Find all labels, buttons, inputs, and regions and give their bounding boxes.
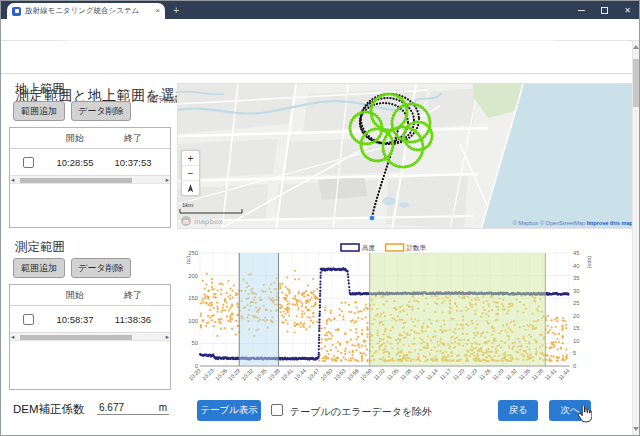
- ground-range-delete-button[interactable]: データ削除: [71, 101, 131, 121]
- svg-text:10:56: 10:56: [346, 367, 360, 381]
- scroll-right-icon[interactable]: ▸: [166, 333, 169, 341]
- svg-text:11:23: 11:23: [465, 367, 479, 381]
- svg-text:10:53: 10:53: [333, 367, 347, 381]
- svg-text:11:26: 11:26: [478, 367, 492, 381]
- svg-text:mapbox: mapbox: [194, 217, 224, 226]
- map-block-gray: [318, 176, 368, 200]
- pond: [399, 202, 409, 208]
- column-start: 開始: [46, 132, 104, 145]
- svg-text:11:11: 11:11: [412, 367, 426, 381]
- ground-range-table: 開始 終了 10:28:55 10:37:53 ◂ ▸: [9, 127, 171, 228]
- svg-text:11:20: 11:20: [451, 367, 465, 381]
- scroll-left-icon[interactable]: ◂: [11, 333, 14, 341]
- table-row[interactable]: 10:58:37 11:38:36: [10, 306, 170, 332]
- svg-text:m: m: [183, 218, 189, 225]
- horizontal-scrollbar[interactable]: ◂ ▸: [10, 332, 170, 341]
- scrollbar-thumb[interactable]: [20, 178, 132, 184]
- row-checkbox[interactable]: [23, 157, 34, 168]
- svg-text:150: 150: [188, 295, 198, 301]
- ground-range-title: 地上範囲: [15, 81, 65, 98]
- scroll-up-icon[interactable]: [633, 45, 639, 49]
- window-close-button[interactable]: ✕: [616, 1, 639, 19]
- svg-text:11:29: 11:29: [491, 367, 505, 381]
- end-time[interactable]: 10:37:53: [104, 157, 162, 168]
- svg-text:15: 15: [573, 325, 579, 331]
- measure-range-table: 開始 終了 10:58:37 11:38:36 ◂ ▸: [9, 284, 171, 390]
- horizontal-scrollbar[interactable]: ◂ ▸: [10, 175, 170, 184]
- svg-text:5: 5: [573, 350, 576, 356]
- svg-text:10:23: 10:23: [201, 367, 215, 381]
- table-header: 開始 終了: [10, 128, 170, 149]
- app-header: 測定範囲と地上範囲を選択 飛行軌跡の高度グラフやテーブルの時刻入力欄から測定範囲…: [1, 41, 639, 74]
- exclude-error-checkbox[interactable]: [271, 404, 283, 416]
- column-end: 終了: [104, 132, 162, 145]
- svg-text:11:02: 11:02: [372, 367, 386, 381]
- ground-range-add-button[interactable]: 範囲追加: [13, 101, 65, 121]
- chart-canvas[interactable]: 05010015020025010:2010:2310:2610:2910:32…: [183, 241, 611, 393]
- altitude-countrate-chart[interactable]: 05010015020025010:2010:2310:2610:2910:32…: [183, 241, 611, 393]
- start-time[interactable]: 10:58:37: [46, 314, 104, 325]
- table-row[interactable]: 10:28:55 10:37:53: [10, 149, 170, 175]
- measure-range-add-button[interactable]: 範囲追加: [13, 258, 65, 278]
- measure-range-title: 測定範囲: [15, 239, 65, 256]
- svg-text:30: 30: [573, 288, 579, 294]
- dem-unit: m: [159, 402, 167, 413]
- svg-text:40: 40: [573, 263, 579, 269]
- svg-text:10:50: 10:50: [319, 367, 333, 381]
- browser-tab[interactable]: 放射線モニタリング統合システム ×: [7, 3, 165, 19]
- flight-start-marker: [369, 215, 375, 221]
- compass-button[interactable]: [182, 181, 199, 196]
- pond: [382, 197, 396, 205]
- svg-text:0: 0: [573, 363, 576, 369]
- window-minimize-button[interactable]: [570, 1, 593, 19]
- tab-close-icon[interactable]: ×: [155, 7, 160, 15]
- column-start: 開始: [46, 289, 104, 302]
- svg-text:35: 35: [573, 275, 579, 281]
- page-scrollbar-thumb[interactable]: [633, 59, 639, 107]
- map-canvas[interactable]: 1km m mapbox © Mapbox © OpenStreetMap Im…: [178, 84, 636, 229]
- row-checkbox[interactable]: [23, 314, 34, 325]
- svg-text:25: 25: [573, 300, 579, 306]
- svg-text:11:05: 11:05: [386, 367, 400, 381]
- favicon-icon: [12, 7, 21, 16]
- compass-icon: [185, 183, 196, 194]
- svg-text:100: 100: [188, 318, 198, 324]
- browser-tab-bar: 放射線モニタリング統合システム × + ✕: [1, 1, 639, 19]
- svg-text:200: 200: [188, 273, 198, 279]
- scroll-right-icon[interactable]: ▸: [166, 176, 169, 184]
- scroll-down-icon[interactable]: [633, 427, 639, 431]
- svg-text:11:14: 11:14: [425, 367, 439, 381]
- scrollbar-thumb[interactable]: [20, 335, 132, 341]
- browser-toolbar: ← → ⟳ i localhost:1338/airplane ☆ ⋮: [1, 19, 639, 41]
- start-time[interactable]: 10:28:55: [46, 157, 104, 168]
- new-tab-button[interactable]: +: [173, 4, 179, 16]
- map[interactable]: 1km m mapbox © Mapbox © OpenStreetMap Im…: [177, 83, 636, 229]
- svg-text:10:35: 10:35: [253, 367, 267, 381]
- table-header: 開始 終了: [10, 285, 170, 306]
- mouse-cursor: [577, 405, 592, 427]
- show-table-button[interactable]: テーブル表示: [197, 400, 261, 421]
- mapbox-logo[interactable]: m mapbox: [181, 216, 224, 226]
- window-maximize-button[interactable]: [593, 1, 616, 19]
- column-end: 終了: [104, 289, 162, 302]
- back-button[interactable]: 戻る: [498, 400, 538, 421]
- zoom-out-button[interactable]: −: [182, 166, 199, 181]
- svg-text:11:35: 11:35: [517, 367, 531, 381]
- measure-range-delete-button[interactable]: データ削除: [71, 258, 131, 278]
- map-attribution[interactable]: © Mapbox © OpenStreetMap Improve this ma…: [513, 220, 634, 226]
- zoom-in-button[interactable]: +: [182, 151, 199, 166]
- svg-text:(m): (m): [186, 256, 192, 264]
- svg-text:11:44: 11:44: [557, 367, 571, 381]
- svg-text:10:41: 10:41: [280, 367, 294, 381]
- svg-text:10:32: 10:32: [240, 367, 254, 381]
- end-time[interactable]: 11:38:36: [104, 314, 162, 325]
- svg-text:10:38: 10:38: [267, 367, 281, 381]
- svg-text:45: 45: [573, 250, 579, 256]
- dem-value[interactable]: 6.677: [99, 402, 124, 413]
- svg-text:11:41: 11:41: [544, 367, 558, 381]
- scroll-left-icon[interactable]: ◂: [11, 176, 14, 184]
- svg-text:20: 20: [573, 313, 579, 319]
- svg-text:11:38: 11:38: [530, 367, 544, 381]
- dem-coefficient-input[interactable]: 6.677 m: [97, 399, 169, 415]
- svg-text:(cps): (cps): [587, 256, 593, 268]
